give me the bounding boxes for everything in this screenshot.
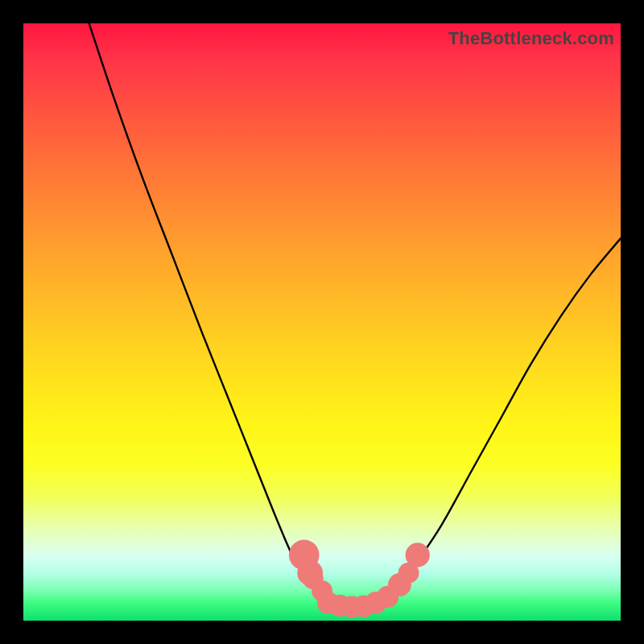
curve-layer <box>89 23 621 603</box>
chart-frame: TheBottleneck.com <box>0 0 644 644</box>
chart-plot-area: TheBottleneck.com <box>23 23 621 621</box>
chart-svg <box>23 23 621 621</box>
marker-layer <box>289 540 430 618</box>
curve-right-curve <box>388 238 621 597</box>
marker-right-cluster-top <box>406 543 430 567</box>
curve-left-curve <box>89 23 328 603</box>
